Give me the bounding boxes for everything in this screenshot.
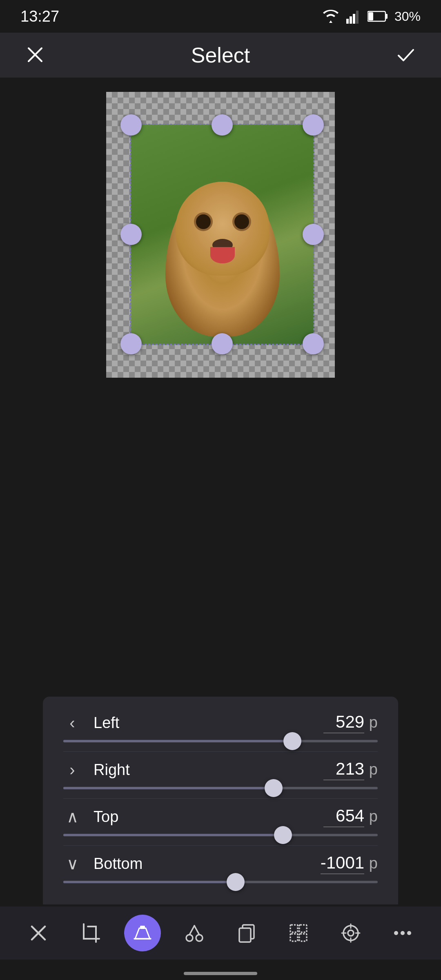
left-slider-fill	[63, 740, 283, 742]
battery-icon	[368, 10, 388, 22]
left-value: 529 p	[323, 712, 378, 733]
svg-point-23	[348, 930, 354, 936]
crop-tool-button[interactable]	[72, 915, 109, 951]
more-tool-button[interactable]	[384, 915, 421, 951]
select-icon	[288, 922, 309, 944]
bottom-slider-fill	[63, 881, 227, 883]
svg-rect-19	[299, 925, 307, 932]
target-tool-button[interactable]	[332, 915, 369, 951]
left-control-header: ‹ Left 529 p	[63, 712, 378, 733]
svg-rect-6	[368, 12, 373, 20]
left-label: Left	[94, 714, 119, 732]
canvas-area	[0, 78, 441, 388]
svg-rect-3	[356, 11, 359, 24]
svg-rect-21	[299, 934, 307, 941]
header: Select	[0, 33, 441, 78]
bottom-label: Bottom	[94, 855, 143, 873]
target-icon	[340, 922, 361, 944]
top-value: 654 p	[323, 806, 378, 827]
svg-point-29	[401, 931, 405, 935]
dog-eye-left	[196, 214, 211, 229]
bottom-slider-thumb[interactable]	[227, 873, 245, 891]
checkmark-icon	[395, 44, 416, 65]
right-slider[interactable]	[63, 787, 378, 789]
close-tool-button[interactable]	[20, 915, 57, 951]
bottom-control-left-group: ∨ Bottom	[63, 854, 143, 873]
erase-tool-button[interactable]	[124, 915, 161, 951]
copy-icon	[236, 922, 257, 944]
svg-rect-1	[350, 16, 352, 24]
dog-head	[176, 182, 270, 276]
erase-icon	[132, 922, 153, 944]
more-icon	[392, 922, 413, 944]
left-control-row: ‹ Left 529 p	[43, 705, 398, 742]
copy-tool-button[interactable]	[228, 915, 265, 951]
cut-icon	[184, 922, 205, 944]
dog-mouth	[210, 247, 235, 263]
right-control-header: › Right 213 p	[63, 759, 378, 780]
svg-point-12	[186, 935, 193, 941]
top-slider-fill	[63, 834, 274, 836]
svg-rect-2	[353, 14, 355, 24]
svg-point-28	[394, 931, 398, 935]
bottom-toolbar	[0, 906, 441, 960]
page-title: Select	[191, 43, 250, 67]
top-label: Top	[94, 808, 118, 826]
right-slider-fill	[63, 787, 265, 789]
svg-line-15	[194, 926, 199, 935]
svg-rect-11	[140, 926, 145, 929]
top-control-row: ∧ Top 654 p	[43, 799, 398, 836]
crop-icon	[80, 922, 101, 944]
signal-icon	[346, 9, 361, 24]
svg-rect-18	[290, 925, 298, 932]
dog-image	[131, 125, 314, 345]
top-control-left-group: ∧ Top	[63, 807, 118, 826]
right-slider-thumb[interactable]	[265, 779, 283, 797]
left-slider[interactable]	[63, 740, 378, 742]
right-control-row: › Right 213 p	[43, 752, 398, 789]
right-arrow-icon[interactable]: ›	[63, 761, 81, 779]
dog-fur	[165, 182, 280, 337]
status-bar: 13:27 30%	[0, 0, 441, 33]
confirm-button[interactable]	[391, 40, 421, 71]
close-icon	[24, 44, 46, 65]
bottom-control-row: ∨ Bottom -1001 p	[43, 846, 398, 883]
battery-percent: 30%	[394, 9, 421, 24]
controls-panel: ‹ Left 529 p › Right 213 p	[43, 697, 398, 904]
top-arrow-icon[interactable]: ∧	[63, 807, 81, 826]
top-slider[interactable]	[63, 834, 378, 836]
right-control-left-group: › Right	[63, 761, 130, 779]
select-tool-button[interactable]	[280, 915, 317, 951]
bottom-slider[interactable]	[63, 881, 378, 883]
dog-body	[153, 157, 292, 345]
nav-indicator	[184, 972, 257, 975]
image-container[interactable]	[106, 92, 335, 378]
svg-line-14	[189, 926, 194, 935]
status-time: 13:27	[20, 8, 59, 25]
svg-point-30	[407, 931, 411, 935]
cut-tool-button[interactable]	[176, 915, 213, 951]
dog-eye-right	[234, 214, 249, 229]
close-button[interactable]	[20, 40, 50, 71]
svg-point-13	[196, 935, 203, 941]
svg-rect-5	[385, 14, 388, 19]
close-tool-icon	[28, 922, 49, 944]
top-control-header: ∧ Top 654 p	[63, 806, 378, 827]
bottom-control-header: ∨ Bottom -1001 p	[63, 853, 378, 874]
top-slider-thumb[interactable]	[274, 826, 292, 844]
status-icons: 30%	[322, 9, 421, 24]
right-label: Right	[94, 761, 130, 779]
svg-rect-0	[346, 19, 349, 24]
bottom-arrow-icon[interactable]: ∨	[63, 854, 81, 873]
svg-rect-20	[290, 934, 298, 941]
svg-rect-17	[239, 928, 251, 942]
wifi-icon	[322, 9, 340, 24]
left-slider-thumb[interactable]	[283, 732, 301, 750]
left-arrow-icon[interactable]: ‹	[63, 714, 81, 732]
left-control-left-group: ‹ Left	[63, 714, 119, 732]
right-value: 213 p	[323, 759, 378, 780]
bottom-value: -1001 p	[321, 853, 378, 874]
